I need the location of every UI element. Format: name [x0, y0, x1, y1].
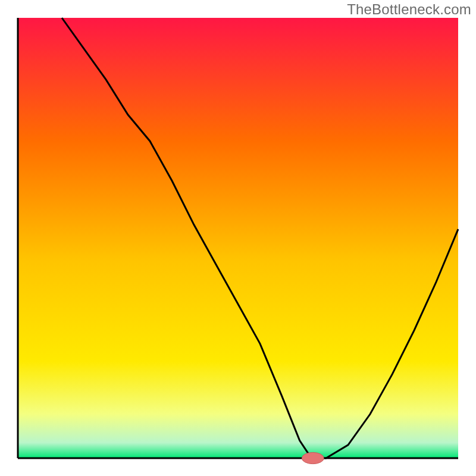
gradient-background [18, 18, 458, 458]
watermark-text: TheBottleneck.com [347, 1, 471, 18]
plot-area [18, 18, 458, 464]
chart-svg [0, 0, 476, 476]
bottleneck-chart: TheBottleneck.com [0, 0, 476, 476]
optimum-marker [302, 452, 324, 464]
